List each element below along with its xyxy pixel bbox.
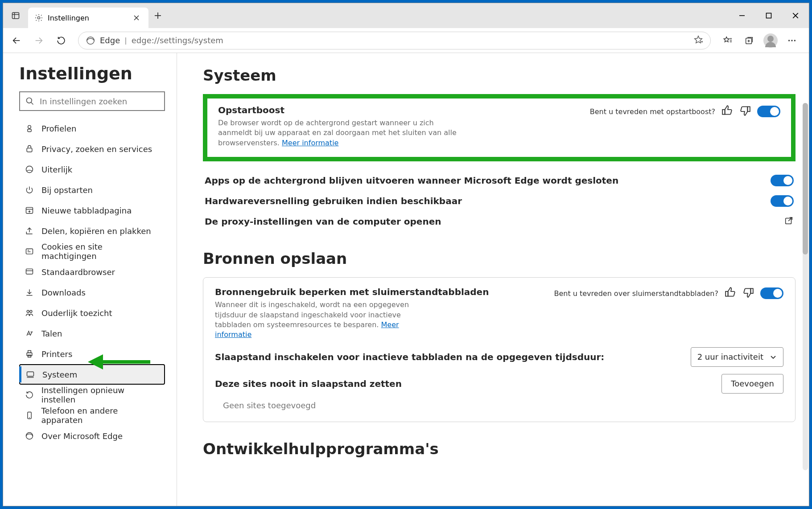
sidebar-item-reset[interactable]: Instellingen opnieuw instellen <box>19 385 165 405</box>
section-heading-system: Systeem <box>203 66 796 84</box>
download-icon <box>25 287 34 297</box>
tab-actions-icon <box>11 11 20 20</box>
refresh-button[interactable] <box>51 31 71 50</box>
sidebar-item-appearance[interactable]: Uiterlijk <box>19 159 165 180</box>
svg-point-25 <box>788 40 790 41</box>
collections-icon <box>744 36 754 45</box>
sidebar-item-system[interactable]: Systeem <box>19 364 165 385</box>
startup-boost-toggle[interactable] <box>757 106 780 117</box>
sidebar-item-downloads[interactable]: Downloads <box>19 282 165 303</box>
lock-icon <box>25 144 34 154</box>
no-sites-text: Geen sites toegevoegd <box>223 401 316 410</box>
plus-icon <box>154 12 162 20</box>
sidebar-item-default-browser[interactable]: Standaardbrowser <box>19 262 165 282</box>
forward-button[interactable] <box>29 31 49 50</box>
profile-button[interactable] <box>761 31 780 50</box>
browser-tab[interactable]: Instellingen <box>28 8 148 28</box>
svg-rect-41 <box>26 269 33 274</box>
minimize-button[interactable] <box>729 3 755 28</box>
collections-button[interactable] <box>739 31 759 50</box>
sidebar-item-label: Downloads <box>41 288 86 297</box>
thumbs-up-button[interactable] <box>721 105 733 118</box>
tab-actions-button[interactable] <box>3 3 28 28</box>
edge-icon <box>25 431 34 441</box>
svg-rect-38 <box>26 249 33 254</box>
star-list-icon <box>723 36 733 45</box>
sleep-after-select[interactable]: 2 uur inactiviteit <box>691 347 783 367</box>
svg-rect-32 <box>27 148 32 152</box>
browser-window: Instellingen <box>3 3 809 506</box>
maximize-icon <box>766 12 772 19</box>
svg-rect-31 <box>28 129 31 132</box>
svg-point-28 <box>27 98 32 103</box>
sidebar-item-newtab[interactable]: Nieuwe tabbladpagina <box>19 200 165 221</box>
toolbar-right <box>718 31 805 50</box>
sidebar-item-label: Delen, kopiëren en plakken <box>41 226 151 236</box>
scrollbar[interactable] <box>803 103 808 470</box>
cookies-icon <box>25 246 34 256</box>
thumbs-down-button[interactable] <box>742 287 754 300</box>
sidebar-item-cookies[interactable]: Cookies en site machtigingen <box>19 241 165 262</box>
sidebar-item-languages[interactable]: Talen <box>19 323 165 344</box>
svg-rect-59 <box>725 291 728 296</box>
hw-accel-label: Hardwareversnelling gebruiken indien bes… <box>205 196 462 206</box>
svg-point-54 <box>26 433 33 439</box>
sidebar-item-about[interactable]: Over Microsoft Edge <box>19 426 165 446</box>
power-icon <box>25 185 34 195</box>
sidebar-item-family[interactable]: Ouderlijk toezicht <box>19 303 165 323</box>
svg-rect-56 <box>747 107 750 111</box>
svg-rect-50 <box>27 372 34 376</box>
svg-point-14 <box>87 37 95 44</box>
sleeping-tabs-toggle[interactable] <box>760 287 783 299</box>
background-apps-toggle[interactable] <box>771 175 794 186</box>
tab-close-button[interactable] <box>131 12 142 24</box>
sidebar-item-printers[interactable]: Printers <box>19 344 165 364</box>
thumbs-down-button[interactable] <box>739 105 751 118</box>
menu-button[interactable] <box>782 31 802 50</box>
sidebar-item-privacy[interactable]: Privacy, zoeken en services <box>19 139 165 159</box>
hw-accel-row: Hardwareversnelling gebruiken indien bes… <box>203 191 796 211</box>
section-heading-dev: Ontwikkelhulpprogramma's <box>203 440 796 458</box>
svg-line-29 <box>31 103 33 105</box>
appearance-icon <box>25 164 34 174</box>
svg-rect-0 <box>12 12 19 18</box>
address-bar[interactable]: Edge | edge://settings/system <box>78 32 711 49</box>
thumbs-up-button[interactable] <box>725 287 736 300</box>
svg-rect-9 <box>767 13 771 18</box>
add-site-button[interactable]: Toevoegen <box>721 374 783 394</box>
settings-sidebar: Instellingen Profielen Privacy, zoeken e… <box>3 53 177 506</box>
sidebar-item-share[interactable]: Delen, kopiëren en plakken <box>19 221 165 241</box>
family-icon <box>25 308 34 318</box>
search-icon <box>25 97 34 106</box>
scrollbar-thumb[interactable] <box>803 103 808 254</box>
sidebar-item-label: Telefoon en andere apparaten <box>41 406 160 425</box>
sidebar-item-label: Standaardbrowser <box>41 267 115 277</box>
sidebar-item-profiles[interactable]: Profielen <box>19 118 165 139</box>
close-window-button[interactable] <box>782 3 809 28</box>
proxy-row[interactable]: De proxy-instellingen van de computer op… <box>203 211 796 232</box>
startup-boost-highlight: Opstartboost De browser wordt op de acht… <box>203 94 796 161</box>
sidebar-item-label: Cookies en site machtigingen <box>41 242 160 261</box>
settings-search[interactable] <box>19 91 165 111</box>
add-favorite-button[interactable] <box>693 35 703 46</box>
avatar-icon <box>763 33 778 48</box>
sidebar-item-label: Profielen <box>41 124 76 133</box>
sidebar-item-label: Instellingen opnieuw instellen <box>41 386 160 404</box>
favorites-button[interactable] <box>718 31 738 50</box>
sidebar-item-phone[interactable]: Telefoon en andere apparaten <box>19 405 165 426</box>
startup-boost-more-link[interactable]: Meer informatie <box>282 139 338 147</box>
profile-icon <box>25 123 34 133</box>
hw-accel-toggle[interactable] <box>771 195 794 207</box>
maximize-button[interactable] <box>755 3 782 28</box>
new-tab-button[interactable] <box>148 3 167 28</box>
close-icon <box>133 15 140 21</box>
settings-search-input[interactable] <box>40 97 159 106</box>
startup-boost-title: Opstartboost <box>218 105 468 115</box>
printer-icon <box>25 349 34 359</box>
back-button[interactable] <box>7 31 26 50</box>
svg-rect-49 <box>28 355 31 357</box>
svg-rect-60 <box>750 289 753 294</box>
sleeping-tabs-desc: Wanneer dit is ingeschakeld, wordt na ee… <box>215 300 420 340</box>
sidebar-item-label: Talen <box>41 329 62 338</box>
sidebar-item-startup[interactable]: Bij opstarten <box>19 180 165 200</box>
